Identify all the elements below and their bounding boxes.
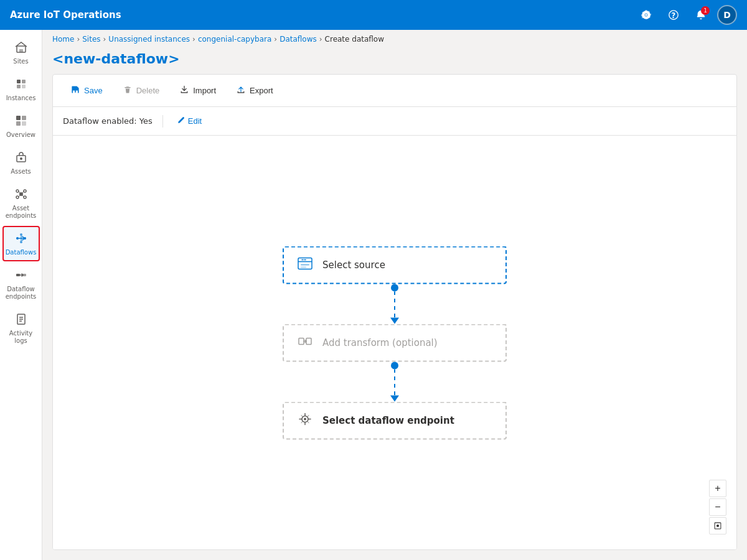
sidebar-item-assets[interactable]: Assets (2, 145, 40, 180)
overview-icon (15, 114, 27, 129)
dataflow-enabled-label: Dataflow enabled: Yes (63, 116, 153, 126)
sidebar-item-sites[interactable]: Sites (2, 35, 40, 70)
dataflow-info-bar: Dataflow enabled: Yes Edit (53, 107, 736, 136)
delete-icon (123, 85, 133, 96)
settings-icon-btn[interactable] (635, 4, 657, 26)
sidebar-item-instances[interactable]: Instances (2, 72, 40, 107)
source-node-icon (296, 254, 314, 275)
export-button[interactable]: Export (228, 81, 281, 100)
connector-arrow-1 (390, 317, 399, 324)
delete-button[interactable]: Delete (115, 81, 167, 100)
dataflow-endpoints-icon (15, 269, 27, 283)
breadcrumb-dataflows[interactable]: Dataflows (280, 35, 317, 44)
svg-rect-11 (22, 121, 26, 126)
svg-point-25 (20, 233, 22, 236)
content-area: Home › Sites › Unassigned instances › co… (42, 30, 747, 560)
sidebar-item-assets-label: Assets (11, 168, 31, 175)
sidebar-item-dataflows-label: Dataflows (6, 249, 37, 256)
connector-line-1 (394, 291, 395, 319)
svg-rect-28 (16, 274, 20, 276)
sidebar-item-dataflow-endpoints-label: Dataflow endpoints (6, 286, 37, 301)
breadcrumb-sites[interactable]: Sites (82, 35, 100, 44)
page-title: <new-dataflow> (42, 49, 747, 74)
sidebar-item-activity-logs[interactable]: Activity logs (2, 307, 40, 350)
svg-point-42 (716, 525, 719, 527)
svg-rect-7 (22, 85, 26, 88)
zoom-reset-button[interactable] (709, 517, 726, 534)
instances-icon (15, 78, 27, 92)
sidebar-item-sites-label: Sites (13, 58, 28, 65)
sidebar-item-asset-endpoints-label: Asset endpoints (6, 205, 37, 220)
zoom-controls: + − (709, 480, 726, 534)
save-icon (70, 85, 80, 96)
import-button[interactable]: Import (172, 81, 223, 100)
svg-line-19 (19, 192, 21, 194)
connector-1 (390, 284, 399, 324)
toolbar: Save Delete Import (53, 75, 736, 107)
main-layout: Sites Instances Overview Assets (0, 30, 747, 560)
svg-rect-36 (301, 266, 306, 268)
destination-node-icon (296, 410, 314, 431)
app-title: Azure IoT Operations (10, 9, 635, 21)
svg-rect-10 (16, 121, 21, 126)
zoom-in-button[interactable]: + (709, 480, 726, 497)
notifications-icon-btn[interactable]: 1 (690, 4, 712, 26)
sidebar: Sites Instances Overview Assets (0, 30, 42, 560)
breadcrumb: Home › Sites › Unassigned instances › co… (42, 30, 747, 49)
svg-point-23 (16, 237, 19, 240)
svg-point-26 (20, 241, 22, 243)
connector-2 (390, 362, 399, 401)
assets-icon (15, 151, 27, 166)
dataflows-icon (15, 232, 27, 246)
svg-rect-5 (22, 80, 26, 83)
asset-endpoints-icon (15, 188, 27, 202)
svg-rect-3 (19, 49, 23, 52)
svg-rect-9 (22, 116, 26, 120)
svg-rect-37 (299, 338, 304, 344)
main-card: Save Delete Import (52, 74, 737, 550)
save-button[interactable]: Save (63, 81, 110, 100)
breadcrumb-current: Create dataflow (325, 35, 384, 44)
import-icon (179, 85, 189, 96)
destination-node-label: Select dataflow endpoint (322, 415, 454, 426)
export-icon (236, 85, 246, 96)
help-icon-btn[interactable]: ? (662, 4, 685, 26)
svg-rect-8 (16, 116, 21, 120)
breadcrumb-instance[interactable]: congenial-capybara (198, 35, 271, 44)
svg-point-40 (304, 418, 306, 420)
top-nav: Azure IoT Operations ? 1 D (0, 0, 747, 30)
destination-node[interactable]: Select dataflow endpoint (283, 401, 507, 439)
sidebar-item-overview[interactable]: Overview (2, 108, 40, 144)
flow-diagram: Select source (283, 246, 507, 439)
sidebar-item-asset-endpoints[interactable]: Asset endpoints (2, 182, 40, 225)
transform-node[interactable]: Add transform (optional) (283, 324, 507, 362)
edit-icon (177, 116, 186, 126)
edit-button[interactable]: Edit (173, 114, 205, 128)
flow-canvas: Select source (53, 136, 736, 549)
svg-rect-38 (306, 338, 311, 344)
svg-rect-35 (301, 264, 309, 265)
connector-dot-2 (391, 362, 398, 369)
source-node[interactable]: Select source (283, 246, 507, 284)
svg-point-18 (24, 196, 26, 198)
connector-arrow-2 (390, 395, 399, 401)
sidebar-item-instances-label: Instances (6, 95, 36, 102)
svg-line-21 (19, 195, 21, 197)
source-node-label: Select source (322, 259, 385, 271)
sidebar-item-dataflow-endpoints[interactable]: Dataflow endpoints (2, 263, 40, 306)
svg-text:?: ? (672, 11, 676, 20)
breadcrumb-home[interactable]: Home (52, 35, 74, 44)
svg-point-15 (16, 190, 19, 192)
zoom-out-button[interactable]: − (709, 498, 726, 516)
connector-line-2 (394, 369, 395, 396)
top-nav-icons: ? 1 D (635, 4, 737, 26)
svg-line-20 (22, 192, 24, 194)
svg-rect-6 (17, 85, 21, 88)
sidebar-item-activity-logs-label: Activity logs (6, 330, 36, 345)
sidebar-item-overview-label: Overview (6, 131, 35, 139)
svg-point-16 (24, 190, 26, 192)
transform-node-label: Add transform (optional) (322, 337, 438, 348)
breadcrumb-unassigned[interactable]: Unassigned instances (108, 35, 190, 44)
user-avatar[interactable]: D (717, 5, 737, 25)
sidebar-item-dataflows[interactable]: Dataflows (2, 226, 40, 261)
